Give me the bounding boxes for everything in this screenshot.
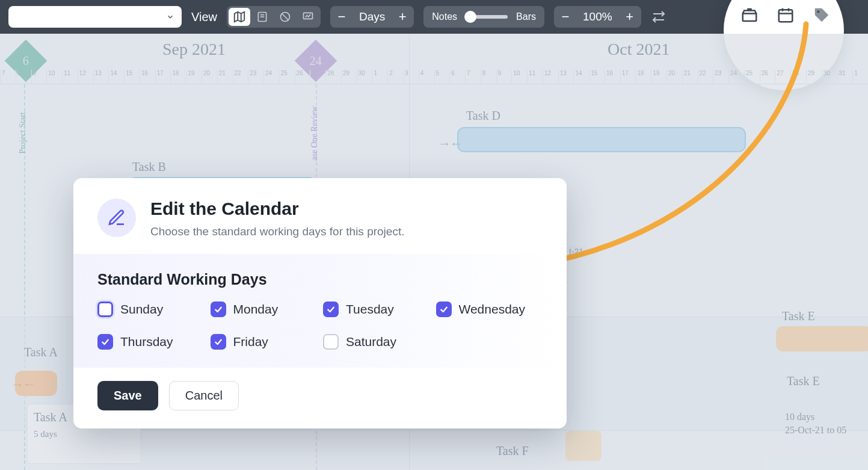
dialog-icon-wrap <box>97 199 136 237</box>
view-mode-block[interactable] <box>274 8 296 26</box>
time-unit-stepper: − Days + <box>330 6 414 28</box>
section-title: Standard Working Days <box>97 271 543 288</box>
day-label: Sunday <box>120 302 163 317</box>
day-label: Saturday <box>346 335 396 349</box>
swap-icon[interactable] <box>651 9 666 25</box>
svg-point-10 <box>817 11 820 13</box>
day-label: Friday <box>233 335 268 349</box>
day-tuesday[interactable]: Tuesday <box>323 301 430 317</box>
unit-plus-button[interactable]: + <box>395 9 410 25</box>
checkbox-sunday[interactable] <box>97 301 113 317</box>
block-icon <box>279 11 291 23</box>
view-mode-present[interactable] <box>297 8 319 26</box>
checkbox-monday[interactable] <box>211 301 226 317</box>
project-dropdown[interactable] <box>8 6 182 28</box>
zoom-stepper: − 100% + <box>554 6 641 28</box>
day-label: Tuesday <box>346 302 394 317</box>
zoom-value: 100% <box>579 10 616 23</box>
day-label: Monday <box>233 302 279 317</box>
day-friday[interactable]: Friday <box>211 334 318 350</box>
zoom-out-button[interactable]: − <box>558 9 573 25</box>
notes-bars-slider[interactable]: Notes Bars <box>423 6 544 28</box>
view-label: View <box>191 10 217 24</box>
days-grid: SundayMondayTuesdayWednesdayThursdayFrid… <box>97 301 543 350</box>
presentation-icon <box>302 11 314 23</box>
slider-left-label: Notes <box>432 11 457 22</box>
unit-minus-button[interactable]: − <box>334 9 349 25</box>
view-mode-map[interactable] <box>229 8 250 26</box>
zoom-in-button[interactable]: + <box>622 9 638 25</box>
cancel-button[interactable]: Cancel <box>169 381 239 410</box>
slider-thumb[interactable] <box>464 11 476 23</box>
checkbox-wednesday[interactable] <box>436 301 452 317</box>
calendar-icon[interactable] <box>777 6 796 25</box>
view-mode-doc[interactable] <box>251 8 273 26</box>
document-icon <box>256 11 268 23</box>
chevron-down-icon <box>166 13 174 21</box>
checkbox-friday[interactable] <box>211 334 226 350</box>
slider-track[interactable] <box>466 15 508 19</box>
view-mode-segment <box>227 6 321 28</box>
day-monday[interactable]: Monday <box>211 301 318 317</box>
tag-icon[interactable] <box>813 6 832 25</box>
toolbox-icon[interactable] <box>740 6 760 25</box>
svg-rect-6 <box>779 10 793 22</box>
day-wednesday[interactable]: Wednesday <box>436 301 543 317</box>
day-saturday[interactable]: Saturday <box>323 334 430 350</box>
unit-label: Days <box>356 10 389 23</box>
checkbox-tuesday[interactable] <box>323 301 339 317</box>
svg-line-4 <box>282 14 288 20</box>
slider-right-label: Bars <box>516 11 536 22</box>
day-thursday[interactable]: Thursday <box>97 334 205 350</box>
day-label: Thursday <box>120 335 173 349</box>
day-sunday[interactable]: Sunday <box>97 301 205 317</box>
save-button[interactable]: Save <box>97 381 158 410</box>
edit-icon <box>107 208 126 227</box>
dialog-title: Edit the Calendar <box>150 199 404 219</box>
day-label: Wednesday <box>459 302 526 317</box>
dialog-subtitle: Choose the standard working days for thi… <box>150 225 404 238</box>
checkbox-thursday[interactable] <box>97 334 113 350</box>
checkbox-saturday[interactable] <box>323 334 339 350</box>
map-icon <box>233 10 246 23</box>
edit-calendar-dialog: Edit the Calendar Choose the standard wo… <box>73 178 567 428</box>
